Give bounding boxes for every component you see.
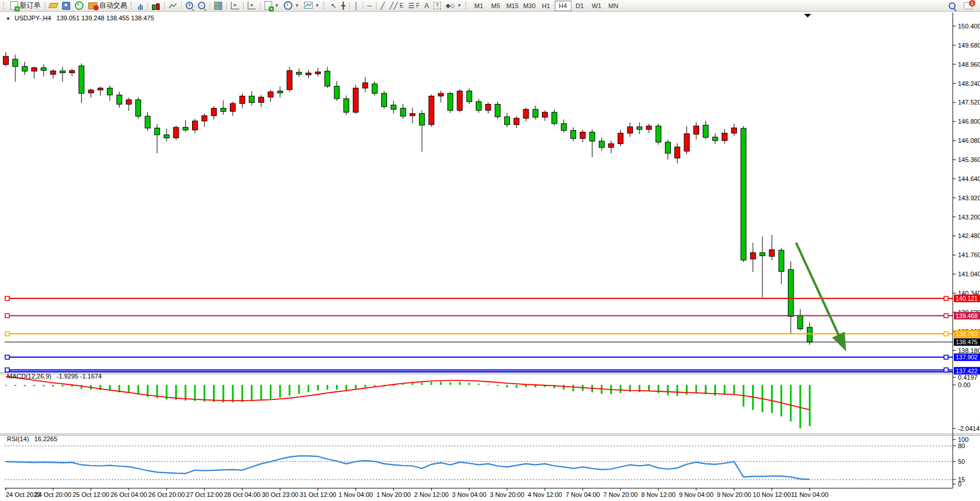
new-order-icon: + (10, 1, 18, 10)
price-axis-label: 144.640 (958, 175, 980, 182)
line-drag-handle[interactable] (944, 313, 948, 318)
macd-histogram-bar (33, 385, 35, 386)
time-axis-label: 26 Oct 20:00 (149, 491, 185, 498)
timeframe-H1[interactable]: H1 (538, 1, 555, 11)
bar-chart-button[interactable] (136, 0, 146, 12)
price-badge-label: 138.475 (956, 338, 978, 345)
fibonacci-button[interactable]: ☰F (406, 0, 422, 12)
candle-body (306, 73, 311, 75)
price-axis-label: 146.080 (958, 137, 980, 144)
toolbar-separator (243, 2, 244, 10)
line-drag-handle[interactable] (944, 368, 948, 372)
trendline-button[interactable]: ╱ (378, 0, 387, 12)
vline-button[interactable]: │ (352, 0, 361, 12)
line-drag-handle[interactable] (5, 332, 9, 336)
macd-histogram-bar (43, 385, 45, 387)
new-order-button[interactable]: + 新订单 (8, 0, 43, 12)
notifications-button[interactable]: 1 (961, 0, 975, 12)
timeframe-MN[interactable]: MN (605, 1, 622, 11)
rsi-indicator-label: RSI(14) 16.2265 (7, 435, 57, 442)
clock-icon (284, 1, 292, 10)
macd-histogram-bar (52, 385, 54, 387)
candle-body (107, 88, 113, 95)
zoom-out-button[interactable]: - (196, 0, 208, 12)
timeframe-M1[interactable]: M1 (471, 1, 487, 11)
chevron-down-icon: ▼ (295, 3, 299, 8)
line-drag-handle[interactable] (5, 297, 9, 301)
fibonacci-icon: ☰ (408, 2, 414, 9)
timeframe-M30[interactable]: M30 (521, 1, 538, 11)
line-drag-handle[interactable] (944, 332, 948, 336)
timeframe-M5[interactable]: M5 (487, 1, 504, 11)
candle-body (136, 100, 141, 116)
hline-button[interactable]: ─ (365, 0, 375, 12)
rsi-axis-label: 80 (958, 442, 965, 449)
periods-button[interactable]: ▼ (281, 0, 302, 12)
crosshair-button[interactable]: ╋ (339, 0, 348, 12)
macd-histogram-bar (222, 385, 224, 402)
macd-histogram-bar (459, 382, 461, 385)
time-axis-label: 3 Nov 04:00 (452, 491, 486, 498)
text-button[interactable]: A (422, 0, 431, 12)
data-window-button[interactable] (73, 0, 86, 12)
candle-body (315, 72, 320, 74)
candle-body (41, 68, 46, 71)
label-button[interactable]: T (431, 0, 443, 12)
candle-body (666, 142, 671, 153)
arrows-button[interactable]: ◆◇▼ (443, 0, 464, 12)
line-drag-handle[interactable] (5, 313, 9, 318)
price-badge-label: 140.121 (956, 295, 978, 302)
auto-trading-label: 自动交易 (99, 1, 127, 10)
timeframe-W1[interactable]: W1 (588, 1, 605, 11)
auto-trading-button[interactable]: 自动交易 (86, 0, 129, 12)
candle-body (750, 253, 755, 259)
macd-current-values: -1.9295 -1.1674 (57, 373, 102, 380)
timeframe-M15[interactable]: M15 (504, 1, 521, 11)
candle-body (277, 91, 283, 93)
line-drag-handle[interactable] (944, 297, 948, 301)
indicators-button[interactable]: +▼ (262, 0, 281, 12)
candle-body (145, 116, 150, 128)
timeframe-D1[interactable]: D1 (572, 1, 588, 11)
time-axis-label: 11 Nov 04:00 (791, 491, 829, 498)
line-drag-handle[interactable] (5, 355, 9, 359)
time-axis-label: 10 Nov 12:00 (753, 491, 791, 498)
chart-canvas[interactable]: 150.400149.680148.960148.240147.520146.8… (0, 12, 980, 501)
tile-windows-button[interactable] (212, 0, 225, 12)
time-axis-label: 28 Oct 04:00 (224, 491, 261, 498)
tile-windows-icon (214, 2, 222, 10)
line-drag-handle[interactable] (944, 355, 948, 359)
styler-button[interactable] (47, 0, 60, 12)
line-drag-handle[interactable] (5, 368, 9, 372)
cursor-button[interactable]: ↖ (328, 0, 339, 12)
candle-body (486, 104, 491, 110)
macd-histogram-bar (364, 385, 366, 387)
candle-body (693, 126, 699, 134)
price-axis-label: 142.480 (958, 232, 980, 239)
timeframe-H4[interactable]: H4 (555, 1, 572, 11)
candle-body (240, 96, 245, 103)
chart-window: 150.400149.680148.960148.240147.520146.8… (0, 12, 980, 501)
candle-body (410, 114, 415, 116)
time-axis-label: 2 Nov 12:00 (414, 491, 449, 498)
templates-button[interactable]: ▼ (302, 0, 322, 12)
macd-histogram-bar (421, 383, 423, 385)
search-button[interactable] (946, 0, 958, 12)
channel-button[interactable]: ╱╱E (387, 0, 406, 12)
collapse-triangle-icon[interactable]: ▼ (6, 16, 10, 21)
macd-histogram-bar (677, 385, 678, 396)
candle-body (60, 71, 65, 73)
line-chart-button[interactable] (167, 0, 179, 12)
candlestick-button[interactable] (150, 0, 162, 12)
search-icon (949, 2, 956, 9)
zoom-in-button[interactable]: + (183, 0, 196, 12)
auto-scroll-button[interactable]: ▸ (229, 0, 241, 12)
toolbar-separator (147, 2, 148, 10)
mt4-application: + 新订单 自动交易 + - ▸ ▸ +▼ (0, 0, 980, 501)
toolbar-grip (323, 2, 326, 9)
template-icon (304, 2, 313, 9)
price-badge-label: 139.468 (956, 312, 978, 319)
chart-shift-button[interactable]: ▸ (245, 0, 258, 12)
profile-button[interactable] (60, 0, 73, 12)
candle-body (637, 127, 642, 129)
